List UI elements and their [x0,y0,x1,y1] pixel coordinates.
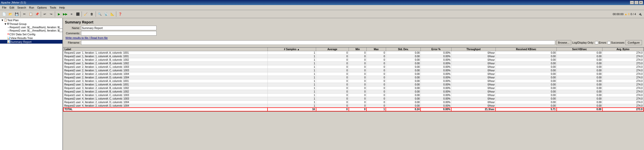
tree-item-request2[interactable]: → Request2 user: ${__threadNum}, Iterati… [0,29,62,32]
remote-engine-button[interactable]: 🔌 [637,11,643,17]
start-button[interactable]: ▶ [56,11,62,17]
timer-display: 00:00:00 [613,13,624,16]
new-button[interactable]: 📄 [1,11,7,17]
main-layout: ▼ 📋 Test Plan ▼ ⚙ Thread Group → Request… [0,18,644,150]
remote-start-button[interactable]: 📡 [103,11,109,17]
name-label: Name: [65,26,80,29]
filename-label: Filename: [65,41,80,44]
table-row: Request2 user: 4, Iteration: 1, columnA:… [63,97,643,101]
menu-search[interactable]: Search [16,6,28,10]
stop-button[interactable]: ■ [68,11,74,17]
table-row: Request1 user: 4, Iteration: 2, columnA:… [63,101,643,104]
separator-1 [20,11,21,17]
title-bar: Apache JMeter (5.5) — □ ✕ [0,0,644,5]
col-sent-kb[interactable]: Sent KB/sec [557,48,602,51]
browse-button[interactable]: Browse... [556,40,571,45]
app-title: Apache JMeter (5.5) [1,1,26,4]
open-button[interactable]: 📂 [7,11,13,17]
warning-indicator: ▲ 0 [625,13,630,16]
errors-checkbox[interactable] [595,41,598,44]
table-row: Request2 user: 1, Iteration: 2, columnA:… [63,62,643,65]
col-stddev[interactable]: Std. Dev. [386,48,421,51]
save-button[interactable]: 💾 [14,11,20,17]
tree-item-threadgroup[interactable]: ▼ ⚙ Thread Group [0,22,62,26]
configure-button[interactable]: Configure [625,40,642,45]
tree-item-testplan[interactable]: ▼ 📋 Test Plan [0,18,62,22]
toolbar-status: 00:00:00 ▲ 0 0 / 4 🔌 [613,11,643,17]
request2-label: Request2 user: ${__threadNum}, Iteration… [10,29,63,32]
threadgroup-icon: ⚙ [7,22,9,25]
menu-help[interactable]: Help [58,6,66,10]
table-row: Request2 user: 4, Iteration: 2, columnA:… [63,104,643,108]
testplan-label: Test Plan [7,19,19,22]
help-toolbar-button[interactable]: ❓ [117,11,123,17]
toolbar: 📄 📂 💾 ✂ 📋 📌 ↩ ↪ ▶ ▶▶ ■ ⬛ 🧹 🗑 🔍 📡 📐 ❓ 00:… [0,10,644,18]
log-display-label: Log/Display Only: [572,41,594,44]
maximize-button[interactable]: □ [634,1,638,4]
comments-input[interactable] [81,31,157,36]
data-table-container: Label # Samples ▲ Average Min Max Std. D… [63,47,644,112]
col-errorpct[interactable]: Error % [421,48,451,51]
paste-button[interactable]: 📌 [34,11,40,17]
tree-item-viewresults[interactable]: 📊 View Results Tree [0,36,62,40]
col-average[interactable]: Average [316,48,349,51]
write-results-label: Write results to file / Read from file [65,36,108,39]
report-header: Summary Report Name: Comments: Write res… [63,18,644,47]
start-no-pause-button[interactable]: ▶▶ [62,11,68,17]
separator-3 [55,11,55,17]
shutdown-button[interactable]: ⬛ [75,11,81,17]
undo-button[interactable]: ↩ [42,11,48,17]
clear-button[interactable]: 🧹 [83,11,89,17]
left-panel: ▼ 📋 Test Plan ▼ ⚙ Thread Group → Request… [0,18,63,150]
close-button[interactable]: ✕ [639,1,643,4]
table-row: Request2 user: 2, Iteration: 1, columnA:… [63,69,643,72]
successes-checkbox[interactable] [607,41,611,44]
summary-table: Label # Samples ▲ Average Min Max Std. D… [63,47,644,111]
table-row: Request1 user: 1, Iteration: 2, columnA:… [63,58,643,62]
table-row: Request1 user: 3, Iteration: 1, columnA:… [63,79,643,83]
menu-edit[interactable]: Edit [8,6,16,10]
col-recv-kb[interactable]: Received KB/sec [496,48,556,51]
menu-run[interactable]: Run [28,6,36,10]
right-panel: Summary Report Name: Comments: Write res… [63,18,644,150]
clear-all-button[interactable]: 🗑 [89,11,95,17]
tree-item-summaryreport[interactable]: 📊 Summary Report [0,40,62,44]
threadgroup-label: Thread Group [9,22,26,25]
summaryreport-label: Summary Report [11,40,31,43]
template-button[interactable]: 📐 [109,11,115,17]
separator-4 [82,11,82,17]
thread-counter: 0 / 4 [631,13,636,16]
table-row: Request1 user: 3, Iteration: 2, columnA:… [63,86,643,90]
expand-icon-tg: ▼ [4,22,7,25]
total-row: TOTAL160010.240.00%21.3/sec5.710.00273.9 [63,108,643,111]
filename-input[interactable] [81,40,555,45]
col-samples[interactable]: # Samples ▲ [268,48,316,51]
csvconfig-icon: ✕ [7,33,9,36]
successes-checkbox-label[interactable]: Successes [607,41,624,44]
col-label[interactable]: Label [63,48,268,51]
col-avg-bytes[interactable]: Avg. Bytes [602,48,643,51]
cut-button[interactable]: ✂ [21,11,27,17]
successes-label: Successes [611,41,624,44]
redo-button[interactable]: ↪ [48,11,54,17]
col-max[interactable]: Max [366,48,386,51]
copy-button[interactable]: 📋 [28,11,34,17]
table-row: Request1 user: 2, Iteration: 2, columnA:… [63,72,643,76]
col-throughput[interactable]: Throughput [451,48,496,51]
comments-label: Comments: [65,32,80,35]
expand-icon: ▼ [1,19,4,22]
tree-item-request1[interactable]: → Request1 user: ${__threadNum}, Iterati… [0,26,62,29]
search-toolbar-button[interactable]: 🔍 [97,11,103,17]
viewresults-icon: 📊 [7,36,11,40]
tree-item-csvconfig[interactable]: ✕ CSV Data Set Config [0,32,62,36]
table-row: Request2 user: 3, Iteration: 1, columnA:… [63,83,643,86]
name-input[interactable] [81,26,157,30]
menu-options[interactable]: Options [36,6,48,10]
menu-bar: File Edit Search Run Options Tools Help [0,5,644,10]
col-min[interactable]: Min [349,48,367,51]
errors-checkbox-label[interactable]: Errors [595,41,606,44]
minimize-button[interactable]: — [630,1,634,4]
summaryreport-icon: 📊 [7,40,11,43]
menu-file[interactable]: File [1,6,8,10]
menu-tools[interactable]: Tools [48,6,58,10]
